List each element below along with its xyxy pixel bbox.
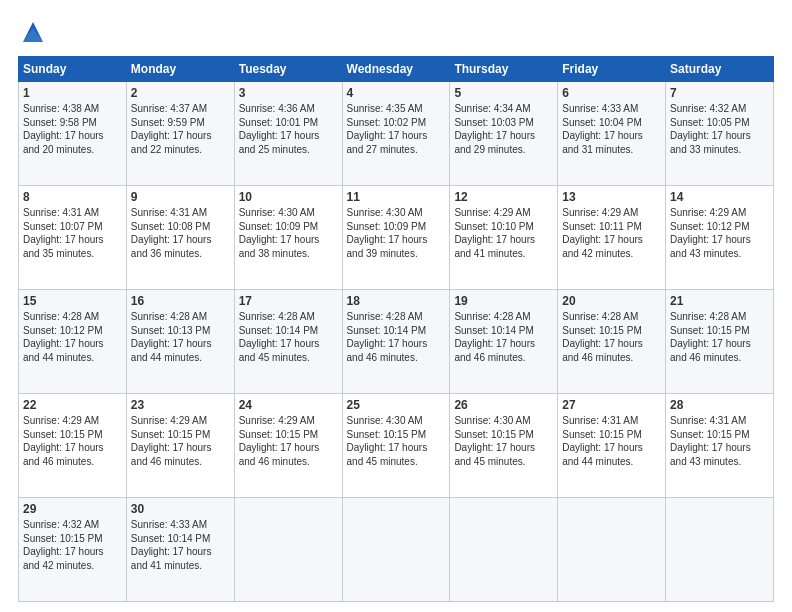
calendar-cell [450,498,558,602]
day-details: Sunrise: 4:31 AM Sunset: 10:15 PM Daylig… [562,414,661,468]
day-header-saturday: Saturday [666,57,774,82]
day-details: Sunrise: 4:30 AM Sunset: 10:09 PM Daylig… [239,206,338,260]
calendar-week-2: 8Sunrise: 4:31 AM Sunset: 10:07 PM Dayli… [19,186,774,290]
day-details: Sunrise: 4:29 AM Sunset: 10:11 PM Daylig… [562,206,661,260]
calendar-week-5: 29Sunrise: 4:32 AM Sunset: 10:15 PM Dayl… [19,498,774,602]
calendar-cell [342,498,450,602]
day-number: 7 [670,85,769,101]
day-details: Sunrise: 4:28 AM Sunset: 10:13 PM Daylig… [131,310,230,364]
day-header-monday: Monday [126,57,234,82]
day-number: 9 [131,189,230,205]
calendar-cell [558,498,666,602]
day-details: Sunrise: 4:37 AM Sunset: 9:59 PM Dayligh… [131,102,230,156]
day-number: 14 [670,189,769,205]
calendar-cell: 26Sunrise: 4:30 AM Sunset: 10:15 PM Dayl… [450,394,558,498]
calendar-cell: 5Sunrise: 4:34 AM Sunset: 10:03 PM Dayli… [450,82,558,186]
calendar-cell: 12Sunrise: 4:29 AM Sunset: 10:10 PM Dayl… [450,186,558,290]
day-number: 3 [239,85,338,101]
day-details: Sunrise: 4:31 AM Sunset: 10:08 PM Daylig… [131,206,230,260]
calendar-cell: 27Sunrise: 4:31 AM Sunset: 10:15 PM Dayl… [558,394,666,498]
day-number: 21 [670,293,769,309]
calendar-cell: 18Sunrise: 4:28 AM Sunset: 10:14 PM Dayl… [342,290,450,394]
day-number: 19 [454,293,553,309]
day-details: Sunrise: 4:32 AM Sunset: 10:15 PM Daylig… [23,518,122,572]
day-number: 16 [131,293,230,309]
day-number: 27 [562,397,661,413]
calendar-cell: 1Sunrise: 4:38 AM Sunset: 9:58 PM Daylig… [19,82,127,186]
calendar-cell: 16Sunrise: 4:28 AM Sunset: 10:13 PM Dayl… [126,290,234,394]
calendar-cell: 28Sunrise: 4:31 AM Sunset: 10:15 PM Dayl… [666,394,774,498]
day-number: 13 [562,189,661,205]
day-details: Sunrise: 4:29 AM Sunset: 10:15 PM Daylig… [239,414,338,468]
day-details: Sunrise: 4:33 AM Sunset: 10:04 PM Daylig… [562,102,661,156]
day-details: Sunrise: 4:30 AM Sunset: 10:15 PM Daylig… [347,414,446,468]
day-number: 15 [23,293,122,309]
day-details: Sunrise: 4:29 AM Sunset: 10:15 PM Daylig… [23,414,122,468]
day-details: Sunrise: 4:28 AM Sunset: 10:14 PM Daylig… [347,310,446,364]
day-details: Sunrise: 4:34 AM Sunset: 10:03 PM Daylig… [454,102,553,156]
calendar-cell: 20Sunrise: 4:28 AM Sunset: 10:15 PM Dayl… [558,290,666,394]
day-number: 23 [131,397,230,413]
day-number: 26 [454,397,553,413]
calendar-cell: 11Sunrise: 4:30 AM Sunset: 10:09 PM Dayl… [342,186,450,290]
day-details: Sunrise: 4:30 AM Sunset: 10:09 PM Daylig… [347,206,446,260]
calendar-cell: 22Sunrise: 4:29 AM Sunset: 10:15 PM Dayl… [19,394,127,498]
calendar-cell: 19Sunrise: 4:28 AM Sunset: 10:14 PM Dayl… [450,290,558,394]
day-number: 24 [239,397,338,413]
day-number: 29 [23,501,122,517]
day-number: 28 [670,397,769,413]
day-number: 22 [23,397,122,413]
day-number: 6 [562,85,661,101]
day-number: 1 [23,85,122,101]
day-details: Sunrise: 4:28 AM Sunset: 10:14 PM Daylig… [454,310,553,364]
calendar-cell: 8Sunrise: 4:31 AM Sunset: 10:07 PM Dayli… [19,186,127,290]
day-number: 18 [347,293,446,309]
day-number: 10 [239,189,338,205]
day-header-tuesday: Tuesday [234,57,342,82]
day-details: Sunrise: 4:32 AM Sunset: 10:05 PM Daylig… [670,102,769,156]
header [18,16,774,48]
day-details: Sunrise: 4:38 AM Sunset: 9:58 PM Dayligh… [23,102,122,156]
calendar-week-3: 15Sunrise: 4:28 AM Sunset: 10:12 PM Dayl… [19,290,774,394]
day-number: 17 [239,293,338,309]
day-details: Sunrise: 4:28 AM Sunset: 10:15 PM Daylig… [562,310,661,364]
day-number: 20 [562,293,661,309]
day-details: Sunrise: 4:28 AM Sunset: 10:15 PM Daylig… [670,310,769,364]
day-number: 5 [454,85,553,101]
calendar: SundayMondayTuesdayWednesdayThursdayFrid… [18,56,774,602]
day-details: Sunrise: 4:33 AM Sunset: 10:14 PM Daylig… [131,518,230,572]
calendar-cell: 7Sunrise: 4:32 AM Sunset: 10:05 PM Dayli… [666,82,774,186]
page: SundayMondayTuesdayWednesdayThursdayFrid… [0,0,792,612]
day-number: 11 [347,189,446,205]
day-details: Sunrise: 4:35 AM Sunset: 10:02 PM Daylig… [347,102,446,156]
calendar-cell: 17Sunrise: 4:28 AM Sunset: 10:14 PM Dayl… [234,290,342,394]
calendar-cell: 23Sunrise: 4:29 AM Sunset: 10:15 PM Dayl… [126,394,234,498]
day-details: Sunrise: 4:36 AM Sunset: 10:01 PM Daylig… [239,102,338,156]
logo [18,16,45,48]
calendar-body: 1Sunrise: 4:38 AM Sunset: 9:58 PM Daylig… [19,82,774,602]
day-header-sunday: Sunday [19,57,127,82]
day-details: Sunrise: 4:28 AM Sunset: 10:12 PM Daylig… [23,310,122,364]
calendar-cell: 6Sunrise: 4:33 AM Sunset: 10:04 PM Dayli… [558,82,666,186]
calendar-cell: 10Sunrise: 4:30 AM Sunset: 10:09 PM Dayl… [234,186,342,290]
day-number: 8 [23,189,122,205]
calendar-cell: 15Sunrise: 4:28 AM Sunset: 10:12 PM Dayl… [19,290,127,394]
calendar-week-4: 22Sunrise: 4:29 AM Sunset: 10:15 PM Dayl… [19,394,774,498]
day-number: 30 [131,501,230,517]
calendar-cell: 3Sunrise: 4:36 AM Sunset: 10:01 PM Dayli… [234,82,342,186]
day-details: Sunrise: 4:29 AM Sunset: 10:12 PM Daylig… [670,206,769,260]
calendar-header-row: SundayMondayTuesdayWednesdayThursdayFrid… [19,57,774,82]
day-details: Sunrise: 4:29 AM Sunset: 10:15 PM Daylig… [131,414,230,468]
day-header-wednesday: Wednesday [342,57,450,82]
day-details: Sunrise: 4:28 AM Sunset: 10:14 PM Daylig… [239,310,338,364]
calendar-cell [234,498,342,602]
calendar-cell: 25Sunrise: 4:30 AM Sunset: 10:15 PM Dayl… [342,394,450,498]
day-header-thursday: Thursday [450,57,558,82]
day-number: 4 [347,85,446,101]
day-details: Sunrise: 4:29 AM Sunset: 10:10 PM Daylig… [454,206,553,260]
calendar-cell: 21Sunrise: 4:28 AM Sunset: 10:15 PM Dayl… [666,290,774,394]
day-number: 12 [454,189,553,205]
calendar-week-1: 1Sunrise: 4:38 AM Sunset: 9:58 PM Daylig… [19,82,774,186]
calendar-cell: 24Sunrise: 4:29 AM Sunset: 10:15 PM Dayl… [234,394,342,498]
calendar-cell: 30Sunrise: 4:33 AM Sunset: 10:14 PM Dayl… [126,498,234,602]
